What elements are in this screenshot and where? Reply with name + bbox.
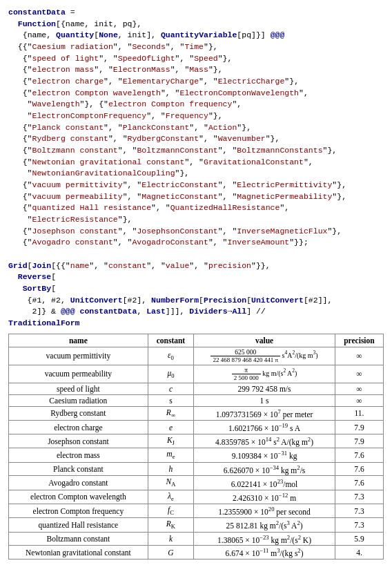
precision-cell: 7.6	[335, 476, 383, 490]
precision-cell: 7.6	[335, 448, 383, 462]
col-header-precision: precision	[335, 334, 383, 347]
col-header-value: value	[194, 334, 335, 347]
value-cell: 1 s	[194, 394, 335, 406]
precision-cell: ∞	[335, 394, 383, 406]
constant-cell: me	[148, 448, 193, 462]
name-cell: vacuum permittivity	[9, 347, 148, 365]
value-cell: 1.0973731569 × 107 per meter	[194, 406, 335, 420]
table-row: Avogadro constant NA 6.022141 × 1023/mol…	[9, 476, 384, 490]
name-cell: Josephson constant	[9, 434, 148, 448]
constant-cell: KJ	[148, 434, 193, 448]
table-row: Josephson constant KJ 4.8359785 × 1014 s…	[9, 434, 384, 448]
table-row: Boltzmann constant k 1.38065 × 10−23 kg …	[9, 532, 384, 546]
value-cell: 6.022141 × 1023/mol	[194, 476, 335, 490]
table-row: electron charge e 1.6021766 × 10−19 s A …	[9, 421, 384, 434]
name-cell: vacuum permeability	[9, 365, 148, 383]
constant-cell: NA	[148, 476, 193, 490]
precision-cell: ∞	[335, 383, 383, 394]
constant-cell: c	[148, 383, 193, 394]
table-row: Newtonian gravitational constant G 6.674…	[9, 546, 384, 559]
code-section: constantData = Function[{name, init, pq}…	[8, 7, 384, 329]
precision-cell: 7.6	[335, 462, 383, 476]
value-cell: 2.426310 × 10−12 m	[194, 490, 335, 504]
table-row: vacuum permittivity ε0 625 000 22 468 87…	[9, 347, 384, 365]
value-cell: 1.2355900 × 1020 per second	[194, 504, 335, 517]
table-row: Caesium radiation s 1 s ∞	[9, 394, 384, 406]
value-cell: 6.626070 × 10−34 kg m2/s	[194, 462, 335, 476]
col-header-constant: constant	[148, 334, 193, 347]
precision-cell: 7.9	[335, 421, 383, 434]
table-row: speed of light c 299 792 458 m/s ∞	[9, 383, 384, 394]
constant-cell: ε0	[148, 347, 193, 365]
code-content: constantData = Function[{name, init, pq}…	[8, 7, 384, 329]
name-cell: speed of light	[9, 383, 148, 394]
precision-cell: 11.	[335, 406, 383, 420]
value-cell: 1.38065 × 10−23 kg m2/(s2 K)	[194, 532, 335, 546]
table-row: electron Compton frequency fC 1.2355900 …	[9, 504, 384, 517]
table-row: electron Compton wavelength λe 2.426310 …	[9, 490, 384, 504]
constant-cell: s	[148, 394, 193, 406]
constant-cell: fC	[148, 504, 193, 517]
name-cell: Planck constant	[9, 462, 148, 476]
precision-cell: 4.	[335, 546, 383, 559]
constant-cell: RK	[148, 518, 193, 532]
name-cell: Avogadro constant	[9, 476, 148, 490]
precision-cell: 7.3	[335, 518, 383, 532]
value-cell: 9.109384 × 10−31 kg	[194, 448, 335, 462]
constant-cell: e	[148, 421, 193, 434]
value-cell: π 2 500 000 kg m/(s2 A2)	[194, 365, 335, 383]
value-cell: 25 812.81 kg m2/(s3 A2)	[194, 518, 335, 532]
constant-cell: λe	[148, 490, 193, 504]
precision-cell: 7.3	[335, 504, 383, 517]
name-cell: Caesium radiation	[9, 394, 148, 406]
constant-cell: h	[148, 462, 193, 476]
constant-cell: μ0	[148, 365, 193, 383]
precision-cell: ∞	[335, 347, 383, 365]
precision-cell: 7.9	[335, 434, 383, 448]
table-row: electron mass me 9.109384 × 10−31 kg 7.6	[9, 448, 384, 462]
constants-table: name constant value precision vacuum per…	[8, 334, 384, 559]
name-cell: Rydberg constant	[9, 406, 148, 420]
value-cell: 6.674 × 10−11 m3/(kg s2)	[194, 546, 335, 559]
name-cell: quantized Hall resistance	[9, 518, 148, 532]
precision-cell: 7.3	[335, 490, 383, 504]
name-cell: electron charge	[9, 421, 148, 434]
table-row: vacuum permeability μ0 π 2 500 000 kg m/…	[9, 365, 384, 383]
table-row: quantized Hall resistance RK 25 812.81 k…	[9, 518, 384, 532]
col-header-name: name	[9, 334, 148, 347]
value-cell: 1.6021766 × 10−19 s A	[194, 421, 335, 434]
value-cell: 299 792 458 m/s	[194, 383, 335, 394]
table-row: Rydberg constant R∞ 1.0973731569 × 107 p…	[9, 406, 384, 420]
name-cell: electron Compton frequency	[9, 504, 148, 517]
name-cell: Boltzmann constant	[9, 532, 148, 546]
value-cell: 625 000 22 468 879 468 420 441 π s4A2/(k…	[194, 347, 335, 365]
precision-cell: 5.9	[335, 532, 383, 546]
value-cell: 4.8359785 × 1014 s2 A/(kg m2)	[194, 434, 335, 448]
table-row: Planck constant h 6.626070 × 10−34 kg m2…	[9, 462, 384, 476]
constant-cell: R∞	[148, 406, 193, 420]
name-cell: electron Compton wavelength	[9, 490, 148, 504]
precision-cell: ∞	[335, 365, 383, 383]
constant-cell: G	[148, 546, 193, 559]
name-cell: electron mass	[9, 448, 148, 462]
constant-cell: k	[148, 532, 193, 546]
name-cell: Newtonian gravitational constant	[9, 546, 148, 559]
